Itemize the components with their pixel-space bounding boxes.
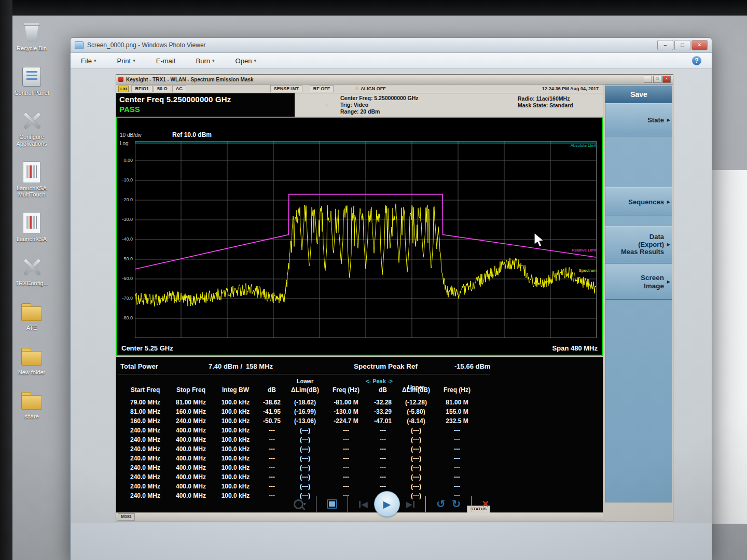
- play-slideshow-button[interactable]: ▶: [374, 491, 400, 517]
- table-cell: ---: [257, 427, 286, 434]
- desktop-icon-share[interactable]: share: [7, 389, 56, 420]
- previous-button[interactable]: ◀: [358, 499, 367, 509]
- desktop-icon-new-folder[interactable]: New folder: [7, 345, 56, 376]
- table-cell: 240.0 MHz: [168, 417, 214, 425]
- table-cell: ---: [257, 445, 286, 453]
- photo-viewer-toolbar: ▾ ◀ ▶ ▶ ↺: [71, 485, 712, 523]
- maximize-button[interactable]: □: [674, 40, 690, 50]
- desktop-icon-label: Configure Applications: [7, 134, 56, 147]
- minimize-button[interactable]: –: [657, 40, 673, 50]
- analyzer-minimize-button[interactable]: –: [644, 76, 652, 83]
- rotate-cw-button[interactable]: ↻: [452, 498, 461, 510]
- zoom-button[interactable]: ▾: [294, 499, 306, 509]
- peak-group-header: <- Peak ->: [324, 378, 435, 384]
- monitor-bezel-top: [0, 0, 747, 16]
- table-cell: (-5.80): [397, 408, 435, 415]
- analyzer-title: Keysight - TRX1 - WLAN - Spectrum Emissi…: [126, 77, 254, 82]
- spectrum-trace-label: Spectrum: [579, 268, 597, 273]
- state-button[interactable]: State ▶: [605, 103, 672, 136]
- menu-item-label: Print: [117, 57, 131, 65]
- table-cell: (---): [397, 427, 435, 434]
- desktop-icon-label: LanuchXSA MultiTouch: [7, 185, 56, 198]
- table-cell: 240.0 MHz: [122, 436, 168, 443]
- next-button[interactable]: ▶: [406, 499, 415, 509]
- analyzer-maximize-button[interactable]: □: [653, 76, 661, 83]
- scale-label: 10 dB/div: [120, 132, 142, 138]
- table-header-row: Start Freq Stop Freq Integ BW dB ΔLim(dB…: [116, 386, 603, 394]
- table-cell: -33.29: [368, 408, 397, 415]
- analyzer-close-button[interactable]: ×: [662, 76, 671, 83]
- table-cell: -81.00 M: [324, 399, 368, 406]
- menu-item-email[interactable]: E-mail: [156, 57, 175, 65]
- desktop-icon-label: Control Panel: [7, 90, 56, 96]
- help-button[interactable]: ?: [692, 56, 701, 65]
- lower-group-header: Lower: [286, 378, 324, 384]
- log-scale-label: Log: [120, 141, 129, 146]
- relative-limit-label: Relative Limit: [572, 248, 597, 253]
- photo-viewer-icon: [75, 41, 84, 49]
- actual-size-icon: [327, 499, 337, 509]
- desktop-icon-label: New folder: [7, 369, 56, 376]
- desktop-icon-configure-applications[interactable]: Configure Applications: [7, 109, 56, 147]
- desktop-icon-ate[interactable]: ATE: [7, 300, 56, 331]
- column-header: dB: [257, 386, 286, 394]
- desktop-icon-lanuchxsa-multitouch[interactable]: LanuchXSA MultiTouch: [7, 161, 56, 198]
- table-cell: 240.0 MHz: [122, 464, 168, 471]
- table-cell: 100.0 kHz: [214, 417, 257, 425]
- menu-item-print[interactable]: Print▾: [117, 57, 135, 65]
- table-cell: 100.0 kHz: [214, 427, 257, 434]
- table-cell: -38.62: [257, 399, 286, 406]
- close-button[interactable]: ×: [691, 40, 708, 50]
- photo-viewer-titlebar[interactable]: Screen_0000.png - Windows Photo Viewer –…: [71, 38, 712, 53]
- trigger-marker-icon: →: [324, 102, 328, 107]
- menu-item-burn[interactable]: Burn▾: [196, 57, 215, 65]
- table-cell: (---): [397, 464, 435, 471]
- recycle-icon: [20, 21, 44, 44]
- desktop-icon-launchxsa[interactable]: LaunchXSA: [7, 212, 56, 243]
- data-export-button[interactable]: Data (Export) Meas Results ▶: [605, 226, 672, 263]
- play-icon: ▶: [383, 498, 391, 510]
- absolute-limit-label: Absolute Limit: [571, 143, 597, 148]
- rotate-ccw-button[interactable]: ↺: [436, 498, 446, 510]
- chevron-down-icon: ▾: [254, 58, 256, 63]
- table-cell: (---): [286, 473, 324, 481]
- center-freq-info: Center Freq: 5.250000000 GHz: [340, 95, 419, 102]
- table-cell: ---: [368, 427, 397, 434]
- desktop-icon-recycle-bin[interactable]: Recycle Bin: [7, 21, 56, 52]
- sequences-button[interactable]: Sequences ▶: [605, 187, 672, 216]
- desktop-icon-label: TRXConfig...: [7, 280, 56, 287]
- trigger-info: Trig: Video: [340, 102, 419, 108]
- table-cell: ---: [257, 473, 286, 481]
- toolbar-divider: [425, 496, 426, 512]
- menu-item-open[interactable]: Open▾: [236, 57, 256, 65]
- table-cell: 155.0 M: [435, 408, 479, 415]
- y-axis-tick-label: -80.0: [118, 315, 133, 320]
- delete-button[interactable]: ×: [482, 497, 489, 511]
- table-cell: (---): [286, 436, 324, 443]
- table-cell: ---: [435, 427, 479, 434]
- folder-icon: [20, 300, 44, 323]
- rf-off-indicator: RF OFF: [310, 85, 334, 92]
- table-cell: (-13.06): [286, 417, 324, 425]
- table-cell: ---: [368, 445, 397, 453]
- desktop-icon-trxconfig[interactable]: TRXConfig...: [7, 256, 56, 287]
- radio-info: Radio: 11ac/160MHz: [518, 95, 573, 102]
- y-axis-tick-label: -50.0: [118, 256, 133, 261]
- menu-item-label: Burn: [196, 57, 210, 65]
- photo-of-screen: Recycle BinControl PanelConfigure Applic…: [0, 0, 747, 560]
- menu-item-file[interactable]: File▾: [81, 57, 96, 65]
- table-cell: 100.0 kHz: [214, 436, 257, 443]
- submenu-arrow-icon: ▶: [667, 242, 670, 247]
- screen-image-button[interactable]: Screen Image ▶: [605, 264, 672, 300]
- table-cell: ---: [324, 436, 368, 443]
- total-power-bandwidth: 158 MHz: [246, 362, 273, 370]
- desktop-icon-control-panel[interactable]: Control Panel: [7, 65, 56, 96]
- table-row: 240.0 MHz400.0 MHz100.0 kHz---(---)-----…: [116, 472, 603, 482]
- table-cell: 100.0 kHz: [214, 473, 257, 481]
- actual-size-button[interactable]: [327, 499, 337, 509]
- table-cell: -130.0 M: [324, 408, 368, 415]
- y-axis-tick-label: 0.00: [118, 158, 133, 163]
- toolbar-divider: [316, 496, 316, 512]
- table-cell: 240.0 MHz: [122, 455, 168, 462]
- save-button[interactable]: Save: [605, 86, 672, 103]
